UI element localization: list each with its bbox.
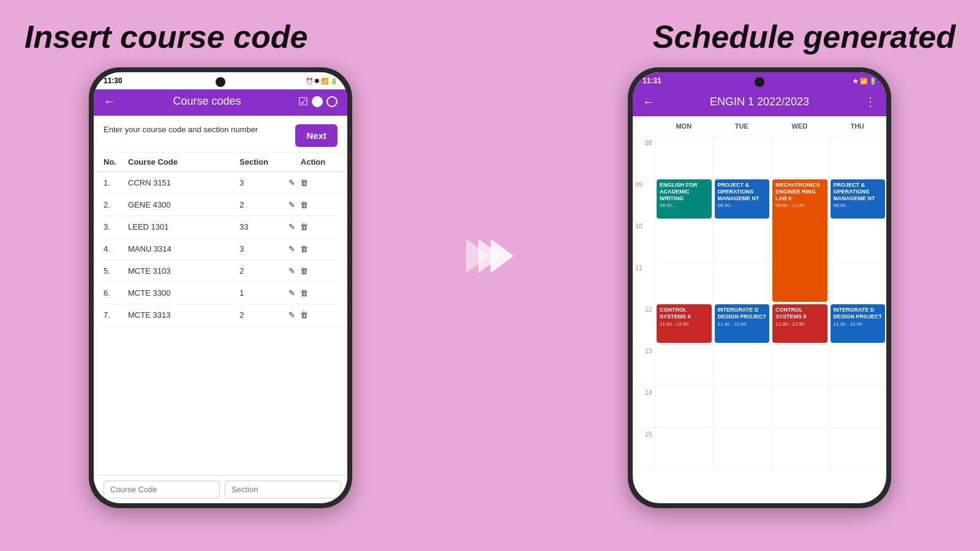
edit-icon[interactable]: ✎ bbox=[288, 310, 295, 320]
day-tue: TUE bbox=[713, 120, 771, 132]
event-intergrate-tue[interactable]: INTERGRATE D DESIGN PROJECT 11:30 - 12:5… bbox=[715, 304, 770, 343]
day-thu: THU bbox=[829, 120, 887, 132]
label-09: 09 bbox=[633, 178, 645, 220]
phone2-menu-icon[interactable]: ⋮ bbox=[864, 94, 876, 109]
cell-09-mon: ENGLISH FOR ACADEMIC WRITING 08:30... bbox=[655, 178, 713, 220]
row-no: 6. bbox=[104, 288, 128, 298]
edit-icon[interactable]: ✎ bbox=[288, 288, 295, 298]
phone2-back-icon[interactable]: ← bbox=[643, 95, 655, 109]
event-english-time: 08:30... bbox=[660, 203, 709, 209]
row-section: 3 bbox=[239, 244, 288, 253]
cell-12-thu: INTERGRATE D DESIGN PROJECT 11:30 - 12:5… bbox=[829, 303, 887, 344]
event-proj-ops-thu[interactable]: PROJECT & OPERATIONS MANAGEME NT 08:30..… bbox=[831, 179, 886, 219]
cell-15-wed bbox=[771, 428, 829, 469]
event-intergrate-thu-title: INTERGRATE D DESIGN PROJECT bbox=[834, 307, 883, 320]
row-actions: ✎ 🗑 bbox=[288, 288, 337, 298]
table-row: 3. LEED 1301 33 ✎ 🗑 bbox=[94, 216, 347, 238]
event-english[interactable]: ENGLISH FOR ACADEMIC WRITING 08:30... bbox=[657, 179, 712, 219]
time-row-12: 12 CONTROL SYSTEMS II 11:30 - 12:50 INTE… bbox=[633, 303, 886, 345]
cell-10-tue bbox=[714, 220, 771, 261]
event-proj-thu-time: 08:30... bbox=[834, 203, 883, 209]
event-control-wed-time: 11:30 - 12:50 bbox=[775, 321, 824, 328]
table-row: 6. MCTE 3300 1 ✎ 🗑 bbox=[94, 282, 347, 304]
col-section: Section bbox=[239, 157, 288, 167]
row-actions: ✎ 🗑 bbox=[288, 266, 337, 276]
cell-11-mon bbox=[655, 261, 713, 303]
row-code: CCRN 3151 bbox=[128, 178, 239, 187]
phone2-app-header: ← ENGIN 1 2022/2023 ⋮ bbox=[633, 89, 886, 116]
label-10: 10 bbox=[633, 220, 645, 261]
event-control-mon[interactable]: CONTROL SYSTEMS II 11:30 - 12:50 bbox=[657, 304, 712, 343]
row-code: GENE 4300 bbox=[128, 200, 239, 209]
course-code-input[interactable] bbox=[104, 481, 220, 498]
cell-08-tue bbox=[713, 137, 771, 178]
row-section: 2 bbox=[239, 200, 288, 209]
table-row: 1. CCRN 3151 3 ✎ 🗑 bbox=[94, 172, 347, 194]
cell-11-thu bbox=[829, 261, 887, 303]
row-code: LEED 1301 bbox=[128, 222, 239, 231]
right-page-title: Schedule generated bbox=[653, 18, 956, 55]
phone2-notch bbox=[755, 77, 764, 87]
edit-icon[interactable]: ✎ bbox=[288, 266, 295, 276]
phone1-indicators: ☑ bbox=[298, 95, 337, 108]
event-control-wed[interactable]: CONTROL SYSTEMS II 11:30 - 12:50 bbox=[772, 304, 827, 343]
cell-11-tue bbox=[714, 261, 771, 303]
delete-icon[interactable]: 🗑 bbox=[300, 222, 308, 231]
label-08: 08 bbox=[633, 137, 655, 146]
phone1-wrapper: 11:30 ⏰ ✱ 📶 🔋 ← Course codes ☑ Enter you… bbox=[24, 67, 417, 508]
time-row-15: 15 bbox=[633, 428, 886, 470]
cell-15-thu bbox=[829, 428, 887, 469]
time-col-header bbox=[633, 120, 655, 132]
delete-icon[interactable]: 🗑 bbox=[300, 244, 308, 253]
phone1-time: 11:30 bbox=[104, 77, 123, 85]
edit-icon[interactable]: ✎ bbox=[288, 244, 295, 253]
row-section: 33 bbox=[239, 222, 288, 231]
label-14: 14 bbox=[633, 386, 655, 396]
phone1-input-section: Enter your course code and section numbe… bbox=[94, 116, 347, 152]
add-button[interactable]: Add bbox=[346, 484, 347, 495]
event-mechatronics-wrapper: MECHATRONICS ENGINEE RING LAB II 08:30 -… bbox=[772, 179, 827, 302]
left-page-title: Insert course code bbox=[24, 18, 307, 55]
cell-08-wed bbox=[771, 137, 829, 178]
cell-08-thu bbox=[829, 137, 887, 178]
table-row: 5. MCTE 3103 2 ✎ 🗑 bbox=[94, 260, 347, 282]
cell-15-tue bbox=[713, 428, 771, 469]
edit-icon[interactable]: ✎ bbox=[288, 200, 295, 209]
event-control-mon-time: 11:30 - 12:50 bbox=[660, 321, 709, 328]
event-intergrate-tue-time: 11:30 - 12:50 bbox=[718, 321, 767, 328]
row-code: MCTE 3313 bbox=[128, 310, 239, 320]
phone1-back-icon[interactable]: ← bbox=[104, 94, 116, 108]
arrows bbox=[466, 239, 514, 273]
label-11: 11 bbox=[633, 261, 645, 303]
edit-icon[interactable]: ✎ bbox=[288, 178, 295, 187]
edit-icon[interactable]: ✎ bbox=[288, 222, 295, 231]
phone1-prompt-text: Enter your course code and section numbe… bbox=[104, 124, 290, 135]
schedule-grid-container: 08 09 10 11 bbox=[633, 137, 886, 503]
event-proj-thu-title: PROJECT & OPERATIONS MANAGEME NT bbox=[834, 182, 883, 201]
event-intergrate-thu-time: 11:30 - 12:50 bbox=[834, 321, 883, 328]
section-input[interactable] bbox=[225, 481, 341, 498]
delete-icon[interactable]: 🗑 bbox=[300, 288, 308, 298]
row-section: 2 bbox=[239, 310, 288, 320]
time-labels-09-11: 09 10 11 bbox=[633, 178, 655, 303]
event-proj-time: 08:30... bbox=[718, 203, 767, 209]
row-section: 2 bbox=[239, 266, 288, 276]
phone1-check-icon: ☑ bbox=[298, 95, 308, 108]
event-mechatronics[interactable]: MECHATRONICS ENGINEE RING LAB II 08:30 -… bbox=[772, 179, 827, 302]
cell-15-mon bbox=[655, 428, 713, 469]
phone2-schedule: MON TUE WED THU 08 bbox=[633, 116, 886, 503]
phone2-time: 11:31 bbox=[643, 77, 662, 85]
event-proj-ops-mon[interactable]: PROJECT & OPERATIONS MANAGEME NT 08:30..… bbox=[715, 179, 770, 219]
delete-icon[interactable]: 🗑 bbox=[300, 200, 308, 209]
event-intergrate-thu[interactable]: INTERGRATE D DESIGN PROJECT 11:30 - 12:5… bbox=[831, 304, 886, 343]
col-09-wed: MECHATRONICS ENGINEE RING LAB II 08:30 -… bbox=[771, 178, 829, 303]
row-section: 1 bbox=[239, 288, 288, 298]
event-mechatronics-time: 08:30 - 11:20 bbox=[775, 203, 824, 209]
next-button[interactable]: Next bbox=[295, 124, 337, 147]
delete-icon[interactable]: 🗑 bbox=[300, 266, 308, 276]
cell-12-tue: INTERGRATE D DESIGN PROJECT 11:30 - 12:5… bbox=[713, 303, 771, 344]
delete-icon[interactable]: 🗑 bbox=[300, 178, 308, 187]
row-code: MCTE 3300 bbox=[128, 288, 239, 298]
phone2-wrapper: 11:31 ★ 📶 🔋 ← ENGIN 1 2022/2023 ⋮ MON TU… bbox=[564, 67, 956, 508]
delete-icon[interactable]: 🗑 bbox=[300, 310, 308, 320]
